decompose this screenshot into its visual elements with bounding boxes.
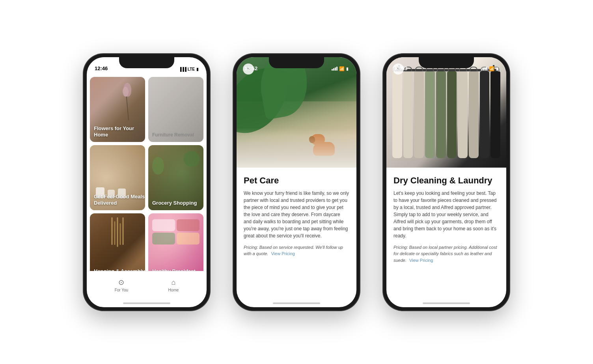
- garment-5: [436, 71, 446, 158]
- pet-care-title: Pet Care: [244, 175, 349, 186]
- tile-grid: Flowers for Your Home Furniture Removal …: [90, 77, 203, 271]
- laundry-content: Dry Cleaning & Laundry Let's keep you lo…: [386, 168, 506, 299]
- notch: [119, 57, 174, 68]
- for-you-label: For You: [115, 288, 128, 292]
- battery-icon-3: ▮: [496, 67, 498, 71]
- tile-furniture-label: Furniture Removal: [152, 132, 194, 138]
- tile-grid-container[interactable]: Flowers for Your Home Furniture Removal …: [87, 74, 207, 271]
- status-time-3: 12:53: [394, 65, 407, 71]
- phones-container: 12:46 ▐▐▐ LTE ▮ Flowers for Your: [68, 38, 525, 326]
- status-icons-1: ▐▐▐ LTE ▮: [179, 67, 199, 71]
- pet-care-pricing: Pricing: Based on service requested. We'…: [244, 244, 349, 257]
- nav-for-you[interactable]: ⊙ For You: [115, 278, 128, 292]
- phone-laundry: 12:53 📶 ▮ ×: [383, 54, 509, 310]
- garment-4: [425, 71, 435, 158]
- pet-care-view-pricing[interactable]: View Pricing: [271, 251, 295, 256]
- pet-care-photo: [237, 57, 356, 168]
- tile-hanging-label: Hanging & Assembly: [94, 268, 145, 271]
- bottom-nav: ⊙ For You ⌂ Home: [87, 271, 207, 299]
- home-indicator-3: [423, 302, 470, 304]
- garment-8: [469, 71, 479, 158]
- laundry-title: Dry Cleaning & Laundry: [393, 175, 499, 186]
- home-label: Home: [168, 288, 179, 292]
- status-time-2: 12:52: [244, 65, 257, 71]
- home-bar-3: [386, 299, 506, 307]
- tile-breakfast-label: Healthy Breakfast: [152, 268, 196, 271]
- status-time-1: 12:46: [95, 65, 108, 71]
- tile-grocery[interactable]: Grocery Shopping: [148, 145, 203, 210]
- tile-grocery-label: Grocery Shopping: [152, 200, 197, 206]
- pet-care-content: Pet Care We know your furry friend is li…: [237, 168, 356, 299]
- tile-breakfast[interactable]: Healthy Breakfast: [148, 213, 203, 271]
- home-bar-1: [87, 299, 207, 307]
- tile-furniture[interactable]: Furniture Removal: [148, 77, 203, 142]
- signal-bars-2: [332, 67, 338, 71]
- pet-care-image: 12:52 📶 ▮ ×: [237, 57, 356, 168]
- wifi-icon-3: 📶: [489, 66, 494, 71]
- battery-icon-1: ▮: [196, 67, 199, 71]
- home-indicator-1: [123, 302, 170, 304]
- home-bar-2: [237, 299, 356, 307]
- status-icons-3: 📶 ▮: [481, 66, 498, 71]
- home-icon: ⌂: [172, 278, 176, 287]
- home-indicator-2: [273, 302, 320, 304]
- garment-7: [458, 71, 468, 158]
- phone-petcare: 12:52 📶 ▮ ×: [233, 54, 360, 310]
- tile-flowers[interactable]: Flowers for Your Home: [90, 77, 145, 142]
- nav-home[interactable]: ⌂ Home: [168, 278, 179, 292]
- clothes-container: [392, 71, 500, 158]
- wifi-icon-2: 📶: [339, 66, 345, 71]
- phone-grid: 12:46 ▐▐▐ LTE ▮ Flowers for Your: [84, 54, 210, 310]
- garment-2: [403, 71, 413, 158]
- garment-1: [392, 71, 402, 158]
- tile-meals-label: Get Feel-Good Meals Delivered: [94, 194, 145, 206]
- laundry-view-pricing[interactable]: View Pricing: [409, 258, 433, 263]
- tile-flowers-label: Flowers for Your Home: [94, 125, 145, 138]
- garment-10: [490, 71, 500, 158]
- status-bar-2: 12:52 📶 ▮: [237, 57, 356, 74]
- laundry-pricing: Pricing: Based on local partner pricing.…: [393, 244, 499, 264]
- laundry-image-container: 12:53 📶 ▮ ×: [386, 57, 506, 168]
- signal-icon-1: ▐▐▐: [179, 67, 186, 71]
- status-bar-3: 12:53 📶 ▮: [386, 57, 506, 74]
- signal-bars-3: [481, 67, 487, 71]
- tile-meals[interactable]: Get Feel-Good Meals Delivered: [90, 145, 145, 210]
- garment-9: [480, 71, 490, 158]
- garment-3: [414, 71, 424, 158]
- pet-care-description: We know your furry friend is like family…: [244, 190, 349, 239]
- battery-icon-2: ▮: [346, 67, 349, 71]
- status-icons-2: 📶 ▮: [332, 66, 349, 71]
- laundry-photo: [386, 57, 506, 168]
- tile-hanging[interactable]: Hanging & Assembly: [90, 213, 145, 271]
- laundry-description: Let's keep you looking and feeling your …: [393, 190, 499, 239]
- garment-6: [447, 71, 457, 158]
- lte-label: LTE: [188, 67, 195, 71]
- for-you-icon: ⊙: [118, 278, 124, 287]
